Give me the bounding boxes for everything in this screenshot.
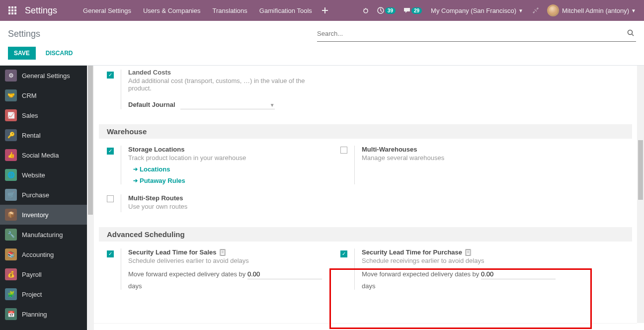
multi-warehouses-title: Multi-Warehouses <box>362 146 574 153</box>
activities-icon[interactable]: 39 <box>373 0 400 21</box>
key-icon: 🔑 <box>5 129 17 141</box>
sidebar-item-label: Sales <box>22 112 38 119</box>
locations-link[interactable]: ➔Locations <box>133 165 340 173</box>
debug-icon[interactable] <box>358 0 373 21</box>
field-label: Move forward expected delivery dates by <box>128 270 247 278</box>
search-icon[interactable] <box>625 29 636 38</box>
wrench-icon: 🔧 <box>5 229 17 241</box>
sidebar-item-website[interactable]: 🌐Website <box>0 165 87 185</box>
storage-locations-desc: Track product location in your warehouse <box>128 154 340 162</box>
puzzle-icon: 🧩 <box>5 288 17 300</box>
messages-badge: 29 <box>411 7 422 14</box>
save-button[interactable]: SAVE <box>8 47 36 60</box>
security-lead-time-sales-checkbox[interactable] <box>107 250 114 257</box>
breadcrumb: Settings <box>8 29 40 39</box>
nav-gamification[interactable]: Gamification Tools <box>253 0 318 21</box>
security-lead-time-purchase-desc: Schedule receivings earlier to avoid del… <box>362 257 574 264</box>
sidebar-item-social-media[interactable]: 👍Social Media <box>0 145 87 165</box>
sidebar-item-payroll[interactable]: 💰Payroll <box>0 264 87 284</box>
sidebar-item-inventory[interactable]: 📦Inventory <box>0 205 87 225</box>
unit-label: days <box>362 282 574 290</box>
discard-button[interactable]: DISCARD <box>40 47 79 60</box>
search-wrap <box>317 26 636 42</box>
sidebar-item-label: Planning <box>22 311 47 318</box>
control-panel: Settings SAVE DISCARD <box>0 21 644 66</box>
sidebar-item-sales[interactable]: 📈Sales <box>0 105 87 125</box>
top-navbar: Settings General Settings Users & Compan… <box>0 0 644 21</box>
landed-costs-desc: Add additional cost (transport, customs,… <box>128 77 307 92</box>
sidebar-item-label: Accounting <box>22 251 54 258</box>
default-journal-select[interactable]: ▼ <box>180 101 275 109</box>
sidebar-item-label: Manufacturing <box>22 231 63 239</box>
sidebar-item-accounting[interactable]: 📚Accounting <box>0 245 87 264</box>
landed-costs-checkbox[interactable] <box>107 72 114 79</box>
brand-title[interactable]: Settings <box>25 5 57 16</box>
sidebar-item-label: Rental <box>22 132 41 139</box>
default-journal-label: Default Journal <box>128 101 175 108</box>
document-icon[interactable] <box>465 249 471 256</box>
messages-icon[interactable]: 29 <box>400 0 426 21</box>
landed-costs-title: Landed Costs <box>128 69 340 76</box>
sidebar-item-general-settings[interactable]: ⚙General Settings <box>0 66 87 85</box>
section-header-advanced-scheduling: Advanced Scheduling <box>99 227 632 242</box>
content-scrollbar-horizontal[interactable] <box>94 323 637 330</box>
nav-menu: General Settings Users & Companies Trans… <box>77 0 318 21</box>
storage-locations-checkbox[interactable] <box>107 148 114 155</box>
caret-down-icon: ▼ <box>270 102 275 108</box>
activities-badge: 39 <box>385 7 396 14</box>
arrow-right-icon: ➔ <box>133 177 138 184</box>
multi-step-routes-desc: Use your own routes <box>128 203 340 210</box>
sidebar-item-label: Social Media <box>22 152 59 159</box>
security-lead-time-sales-title: Security Lead Time for Sales <box>128 248 217 256</box>
money-icon: 💰 <box>5 268 17 280</box>
content-area: Landed Costs Add additional cost (transp… <box>94 66 644 330</box>
sidebar-item-label: Payroll <box>22 271 42 278</box>
gear-icon: ⚙ <box>5 70 17 82</box>
security-lead-time-purchase-title: Security Lead Time for Purchase <box>362 248 462 256</box>
putaway-rules-link[interactable]: ➔Putaway Rules <box>133 177 340 184</box>
sidebar-item-manufacturing[interactable]: 🔧Manufacturing <box>0 225 87 245</box>
settings-sidebar: ⚙General Settings 🤝CRM 📈Sales 🔑Rental 👍S… <box>0 66 94 330</box>
sidebar-item-label: Purchase <box>22 191 49 199</box>
handshake-icon: 🤝 <box>5 89 17 101</box>
search-input[interactable] <box>317 28 625 39</box>
sidebar-scrollbar[interactable] <box>87 66 94 330</box>
sidebar-item-rental[interactable]: 🔑Rental <box>0 125 87 145</box>
unit-label: days <box>128 282 340 290</box>
storage-locations-title: Storage Locations <box>128 146 340 153</box>
cart-icon: 🛒 <box>5 189 17 201</box>
svg-rect-3 <box>221 249 225 255</box>
support-icon[interactable] <box>528 0 543 21</box>
nav-users-companies[interactable]: Users & Companies <box>137 0 207 21</box>
sales-lead-time-input[interactable] <box>247 269 322 279</box>
user-menu[interactable]: Mitchell Admin (antony) ▼ <box>543 0 640 21</box>
sidebar-item-purchase[interactable]: 🛒Purchase <box>0 185 87 205</box>
new-icon[interactable] <box>318 0 332 21</box>
purchase-lead-time-input[interactable] <box>481 269 556 279</box>
box-icon: 📦 <box>5 209 17 221</box>
sidebar-item-planning[interactable]: 📅Planning <box>0 304 87 324</box>
globe-icon: 🌐 <box>5 169 17 181</box>
sidebar-item-project[interactable]: 🧩Project <box>0 284 87 304</box>
company-name: My Company (San Francisco) <box>431 7 516 14</box>
multi-warehouses-checkbox[interactable] <box>340 147 347 154</box>
multi-step-routes-checkbox[interactable] <box>107 195 114 202</box>
apps-menu-icon[interactable] <box>4 0 21 21</box>
document-icon[interactable] <box>220 249 226 256</box>
calendar-icon: 📅 <box>5 308 17 320</box>
caret-down-icon: ▼ <box>631 8 636 13</box>
field-label: Move forward expected delivery dates by <box>362 270 481 278</box>
nav-translations[interactable]: Translations <box>207 0 253 21</box>
svg-point-2 <box>628 30 633 35</box>
thumbs-up-icon: 👍 <box>5 149 17 161</box>
content-scrollbar-vertical[interactable] <box>637 66 644 323</box>
multi-step-routes-title: Multi-Step Routes <box>128 194 340 202</box>
company-selector[interactable]: My Company (San Francisco) ▼ <box>426 0 528 21</box>
sidebar-item-label: CRM <box>22 92 37 99</box>
nav-general-settings[interactable]: General Settings <box>77 0 137 21</box>
section-header-warehouse: Warehouse <box>99 124 632 139</box>
sidebar-item-label: General Settings <box>22 72 70 80</box>
security-lead-time-purchase-checkbox[interactable] <box>340 250 347 257</box>
sidebar-item-label: Inventory <box>22 211 48 219</box>
sidebar-item-crm[interactable]: 🤝CRM <box>0 85 87 105</box>
